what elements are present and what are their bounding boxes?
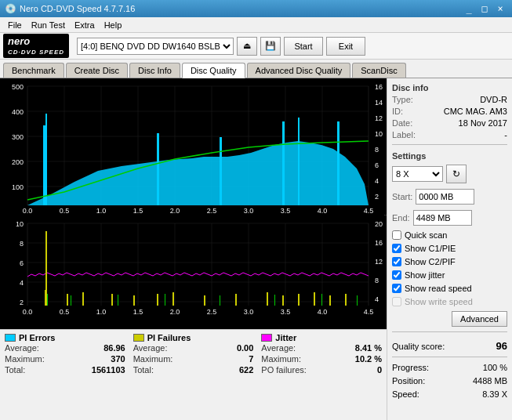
svg-text:16: 16 (375, 83, 383, 91)
svg-text:1.5: 1.5 (133, 308, 143, 316)
pi-failures-total-row: Total: 622 (133, 364, 254, 375)
svg-text:4.0: 4.0 (318, 308, 328, 316)
divider-1 (392, 144, 507, 145)
start-input[interactable] (416, 189, 474, 205)
show-c1pie-checkbox[interactable] (392, 244, 401, 253)
show-c2pif-label: Show C2/PIF (405, 257, 456, 266)
settings-title: Settings (392, 151, 507, 161)
svg-rect-84 (220, 295, 220, 306)
title-bar-controls: _ □ × (462, 2, 507, 15)
svg-text:2.0: 2.0 (170, 308, 180, 316)
close-button[interactable]: × (493, 2, 507, 15)
start-row: Start: (392, 189, 507, 205)
minimize-button[interactable]: _ (462, 2, 476, 15)
svg-rect-73 (235, 294, 237, 306)
tab-scandisc[interactable]: ScanDisc (352, 63, 405, 78)
tab-advanced-disc-quality[interactable]: Advanced Disc Quality (247, 63, 351, 78)
svg-text:0.0: 0.0 (23, 207, 33, 215)
tab-benchmark[interactable]: Benchmark (3, 63, 64, 78)
menu-extra[interactable]: Extra (70, 19, 100, 31)
tab-disc-info[interactable]: Disc Info (129, 63, 180, 78)
jitter-maximum-row: Maximum: 10.2 % (261, 353, 382, 364)
po-failures-row: PO failures: 0 (261, 364, 382, 375)
progress-value: 100 % (483, 363, 507, 372)
svg-text:4: 4 (375, 295, 379, 303)
speed-label: Speed: (392, 389, 419, 399)
svg-text:2.5: 2.5 (207, 308, 217, 316)
end-label: End: (392, 213, 410, 223)
po-failures-value: 0 (377, 365, 382, 375)
show-write-speed-checkbox[interactable] (392, 297, 401, 306)
quick-scan-row: Quick scan (392, 230, 507, 241)
menu-help[interactable]: Help (100, 19, 127, 31)
svg-text:8: 8 (20, 240, 24, 248)
show-read-speed-checkbox[interactable] (392, 284, 401, 293)
svg-rect-87 (357, 295, 358, 306)
menu-run-test[interactable]: Run Test (27, 19, 70, 31)
end-input[interactable] (413, 210, 472, 226)
svg-text:2: 2 (20, 299, 24, 306)
pi-errors-total-value: 1561103 (92, 365, 125, 375)
show-read-speed-row: Show read speed (392, 283, 507, 294)
quick-scan-checkbox[interactable] (392, 230, 401, 240)
svg-rect-85 (274, 295, 275, 306)
pi-errors-average-row: Average: 86.96 (5, 342, 125, 353)
pi-errors-average-label: Average: (5, 343, 39, 353)
advanced-button[interactable]: Advanced (452, 311, 507, 327)
pi-failures-total-value: 622 (239, 365, 253, 375)
disc-date-row: Date: 18 Nov 2017 (392, 118, 507, 128)
svg-text:14: 14 (375, 99, 383, 107)
pi-failures-average-label: Average: (133, 343, 168, 353)
show-c2pif-row: Show C2/PIF (392, 256, 507, 267)
svg-text:20: 20 (375, 220, 383, 228)
disc-id-label: ID: (392, 107, 403, 116)
end-row: End: (392, 210, 507, 226)
svg-text:500: 500 (12, 83, 24, 91)
svg-text:300: 300 (12, 133, 24, 141)
tab-disc-quality[interactable]: Disc Quality (182, 63, 245, 78)
disc-info-title: Disc info (392, 83, 507, 92)
show-c2pif-checkbox[interactable] (392, 257, 401, 266)
jitter-maximum-value: 10.2 % (355, 354, 382, 364)
tab-create-disc[interactable]: Create Disc (66, 63, 128, 78)
svg-rect-23 (298, 118, 300, 205)
position-label: Position: (392, 376, 425, 386)
exit-button[interactable]: Exit (326, 37, 365, 56)
refresh-icon-button[interactable]: ↻ (446, 165, 467, 183)
disc-type-row: Type: DVD-R (392, 95, 507, 104)
svg-rect-86 (321, 294, 322, 306)
eject-icon-button[interactable]: ⏏ (237, 37, 257, 56)
svg-text:12: 12 (375, 258, 383, 266)
show-jitter-checkbox[interactable] (392, 270, 401, 280)
svg-rect-77 (314, 292, 315, 306)
start-label: Start: (392, 192, 412, 201)
pi-errors-average-value: 86.96 (103, 343, 125, 353)
svg-rect-65 (45, 231, 47, 306)
menu-file[interactable]: File (3, 19, 27, 31)
speed-row: 8 X ↻ (392, 165, 507, 183)
pi-failures-maximum-row: Maximum: 7 (133, 353, 254, 364)
save-icon-button[interactable]: 💾 (260, 37, 281, 56)
svg-rect-76 (298, 294, 300, 306)
pi-errors-color (5, 334, 16, 342)
disc-id-row: ID: CMC MAG. AM3 (392, 107, 507, 116)
pi-failures-title: PI Failures (147, 333, 191, 342)
svg-rect-79 (345, 294, 347, 306)
svg-rect-19 (45, 114, 47, 205)
start-button[interactable]: Start (284, 37, 323, 56)
svg-text:4.5: 4.5 (364, 207, 374, 215)
svg-text:8: 8 (375, 277, 379, 284)
svg-text:4.5: 4.5 (364, 308, 374, 316)
pi-errors-maximum-row: Maximum: 370 (5, 353, 125, 364)
show-jitter-label: Show jitter (405, 270, 445, 280)
show-jitter-row: Show jitter (392, 270, 507, 281)
disc-id-value: CMC MAG. AM3 (444, 107, 507, 116)
speed-select[interactable]: 8 X (392, 166, 443, 182)
svg-rect-69 (133, 295, 135, 306)
svg-rect-74 (267, 292, 268, 306)
show-write-speed-label: Show write speed (405, 297, 473, 306)
position-value: 4488 MB (473, 376, 507, 386)
maximize-button[interactable]: □ (478, 2, 492, 15)
svg-rect-78 (329, 295, 331, 306)
device-selector[interactable]: [4:0] BENQ DVD DD DW1640 BSLB (77, 38, 234, 55)
